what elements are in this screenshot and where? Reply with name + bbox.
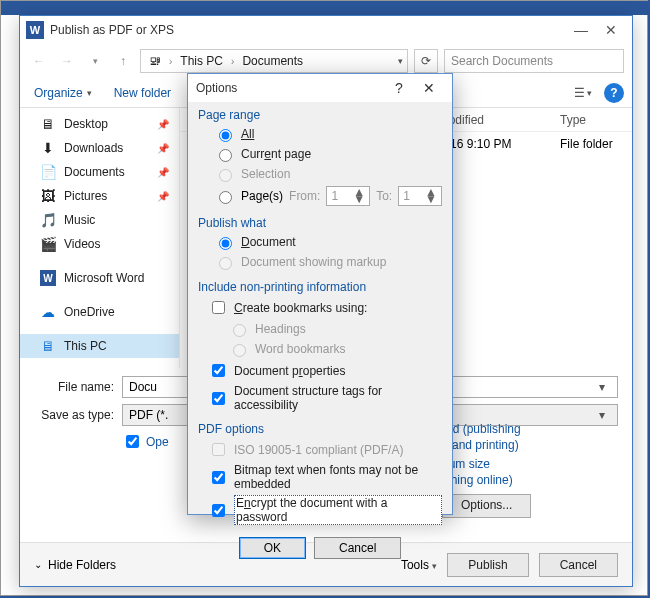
check-doc-properties[interactable]: Document properties xyxy=(198,359,442,382)
music-icon: 🎵 xyxy=(40,212,56,228)
new-folder-button[interactable]: New folder xyxy=(108,84,177,102)
sidebar: 🖥Desktop📌 ⬇Downloads📌 📄Documents📌 🖼Pictu… xyxy=(20,108,180,368)
radio-all[interactable]: All xyxy=(198,124,442,144)
check-create-bookmarks[interactable]: Create bookmarks using: xyxy=(198,296,442,319)
breadcrumb[interactable]: 🖳 › This PC › Documents ▾ xyxy=(140,49,408,73)
optimize-section: ard (publishing e and printing) num size… xyxy=(442,422,612,518)
from-spinner[interactable]: 1▲▼ xyxy=(326,186,370,206)
pin-icon: 📌 xyxy=(157,191,169,202)
title-bar: W Publish as PDF or XPS — ✕ xyxy=(20,16,632,44)
hide-folders-button[interactable]: Hide Folders xyxy=(48,558,116,572)
view-button[interactable]: ☰▾ xyxy=(570,82,596,104)
options-button[interactable]: Options... xyxy=(442,494,531,518)
options-help-button[interactable]: ? xyxy=(384,80,414,96)
videos-icon: 🎬 xyxy=(40,236,56,252)
radio-document-markup: Document showing markup xyxy=(198,252,442,272)
publish-button[interactable]: Publish xyxy=(447,553,528,577)
sidebar-item-documents[interactable]: 📄Documents📌 xyxy=(20,160,179,184)
breadcrumb-documents[interactable]: Documents xyxy=(238,52,307,70)
search-placeholder: Search Documents xyxy=(451,54,553,68)
sidebar-item-onedrive[interactable]: ☁OneDrive xyxy=(20,300,179,324)
minimize-button[interactable]: — xyxy=(566,22,596,38)
radio-selection: Selection xyxy=(198,164,442,184)
page-range-group: Page range xyxy=(198,104,442,124)
up-button[interactable]: ↑ xyxy=(112,50,134,72)
refresh-button[interactable]: ⟳ xyxy=(414,49,438,73)
dropdown-icon: ▾ xyxy=(593,408,611,422)
search-input[interactable]: Search Documents xyxy=(444,49,624,73)
options-cancel-button[interactable]: Cancel xyxy=(314,537,401,559)
sidebar-item-videos[interactable]: 🎬Videos xyxy=(20,232,179,256)
pictures-icon: 🖼 xyxy=(40,188,56,204)
to-spinner[interactable]: 1▲▼ xyxy=(398,186,442,206)
organize-button[interactable]: Organize▾ xyxy=(28,84,98,102)
options-title: Options xyxy=(196,81,384,95)
pc-icon: 🖳 xyxy=(145,52,165,70)
recent-button[interactable]: ▾ xyxy=(84,50,106,72)
options-title-bar: Options ? ✕ xyxy=(188,74,452,102)
word-icon: W xyxy=(26,21,44,39)
col-type[interactable]: Type xyxy=(552,113,632,127)
sidebar-item-thispc[interactable]: 🖥This PC xyxy=(20,334,179,358)
radio-word-bookmarks: Word bookmarks xyxy=(198,339,442,359)
from-label: From: xyxy=(289,189,320,203)
breadcrumb-drop-icon[interactable]: ▾ xyxy=(398,56,403,66)
check-doc-structure[interactable]: Document structure tags for accessibilit… xyxy=(198,382,442,414)
save-as-type-label: Save as type: xyxy=(34,408,114,422)
sidebar-item-music[interactable]: 🎵Music xyxy=(20,208,179,232)
radio-pages[interactable] xyxy=(219,191,232,204)
include-np-group: Include non-printing information xyxy=(198,276,442,296)
downloads-icon: ⬇ xyxy=(40,140,56,156)
pdf-options-group: PDF options xyxy=(198,418,442,438)
check-encrypt[interactable]: Encrypt the document with a password xyxy=(198,493,442,527)
back-button[interactable]: ← xyxy=(28,50,50,72)
publish-what-group: Publish what xyxy=(198,212,442,232)
pin-icon: 📌 xyxy=(157,167,169,178)
options-dialog: Options ? ✕ Page range All Current page … xyxy=(187,73,453,515)
desktop-icon: 🖥 xyxy=(40,116,56,132)
radio-document[interactable]: Document xyxy=(198,232,442,252)
check-bitmap[interactable]: Bitmap text when fonts may not be embedd… xyxy=(198,461,442,493)
to-label: To: xyxy=(376,189,392,203)
sidebar-item-pictures[interactable]: 🖼Pictures📌 xyxy=(20,184,179,208)
dialog-title: Publish as PDF or XPS xyxy=(50,23,566,37)
file-name-label: File name: xyxy=(34,380,114,394)
pc-icon: 🖥 xyxy=(40,338,56,354)
pages-label: Page(s) xyxy=(241,189,283,203)
options-close-button[interactable]: ✕ xyxy=(414,80,444,96)
cancel-button[interactable]: Cancel xyxy=(539,553,618,577)
pin-icon: 📌 xyxy=(157,143,169,154)
check-iso: ISO 19005-1 compliant (PDF/A) xyxy=(198,438,442,461)
sidebar-item-desktop[interactable]: 🖥Desktop📌 xyxy=(20,112,179,136)
breadcrumb-thispc[interactable]: This PC xyxy=(176,52,227,70)
forward-button[interactable]: → xyxy=(56,50,78,72)
help-button[interactable]: ? xyxy=(604,83,624,103)
radio-current-page[interactable]: Current page xyxy=(198,144,442,164)
sidebar-item-downloads[interactable]: ⬇Downloads📌 xyxy=(20,136,179,160)
close-button[interactable]: ✕ xyxy=(596,22,626,38)
word-icon: W xyxy=(40,270,56,286)
pin-icon: 📌 xyxy=(157,119,169,130)
options-buttons: OK Cancel xyxy=(188,529,452,569)
onedrive-icon: ☁ xyxy=(40,304,56,320)
radio-pages-row: Page(s) From: 1▲▼ To: 1▲▼ xyxy=(198,184,442,208)
dropdown-icon: ▾ xyxy=(593,380,611,394)
ok-button[interactable]: OK xyxy=(239,537,306,559)
documents-icon: 📄 xyxy=(40,164,56,180)
chevron-down-icon: ⌄ xyxy=(34,559,42,570)
sidebar-item-word[interactable]: WMicrosoft Word xyxy=(20,266,179,290)
radio-headings: Headings xyxy=(198,319,442,339)
